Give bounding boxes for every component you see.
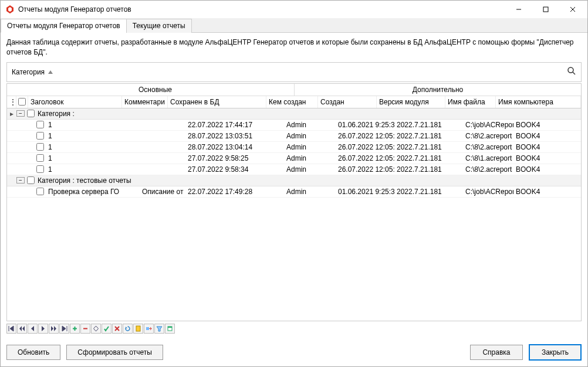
cell-computer: BOOK4	[513, 131, 581, 141]
nav-edit-icon[interactable]	[91, 324, 101, 334]
table-row[interactable]: 122.07.2022 17:44:17Admin01.06.2021 9:25…	[7, 120, 581, 131]
row-indicator-icon: ▸	[7, 110, 16, 118]
cell-saved: 27.07.2022 9:58:25	[185, 153, 284, 164]
nav-export-icon[interactable]	[165, 324, 175, 334]
tab-reports[interactable]: Отчеты модуля Генератор отчетов	[1, 19, 127, 33]
row-checkbox[interactable]	[34, 186, 46, 196]
close-dialog-button[interactable]: Закрыть	[529, 344, 582, 361]
cell-title: 1	[46, 131, 140, 141]
cell-computer: BOOK4	[513, 186, 581, 197]
checkbox-column[interactable]	[16, 96, 28, 108]
cell-comment	[140, 146, 185, 148]
group-label: Категория :	[35, 110, 75, 118]
nav-delete-icon[interactable]	[80, 324, 90, 334]
cell-created: 26.07.2022 12:05:2	[336, 142, 394, 152]
nav-goto-icon[interactable]	[144, 324, 154, 334]
nav-cancel-icon[interactable]	[112, 324, 122, 334]
group-checkbox[interactable]	[26, 176, 35, 184]
maximize-button[interactable]	[532, 1, 559, 18]
cell-version: 2022.7.21.181	[394, 131, 463, 141]
nav-insert-icon[interactable]	[70, 324, 80, 334]
cell-title: 1	[46, 120, 140, 130]
col-saved[interactable]: Сохранен в БД	[168, 96, 266, 108]
nav-first-icon[interactable]	[6, 324, 16, 334]
cell-file: C:\8\2.acreport	[463, 142, 513, 152]
col-title[interactable]: Заголовок	[28, 96, 122, 108]
svg-rect-8	[136, 326, 140, 331]
nav-next-icon[interactable]	[38, 324, 48, 334]
nav-post-icon[interactable]	[102, 324, 111, 334]
nav-prev-icon[interactable]	[28, 324, 38, 334]
col-file[interactable]: Имя файла	[445, 96, 496, 108]
expand-icon[interactable]: −	[16, 110, 25, 117]
table-row[interactable]: Проверка сервера ГООписание от22.07.2022…	[7, 186, 581, 198]
nav-last-icon[interactable]	[59, 324, 69, 334]
search-icon[interactable]	[567, 66, 576, 78]
cell-by: Admin	[284, 120, 336, 130]
svg-rect-3	[543, 7, 548, 12]
table-row[interactable]: 127.07.2022 9:58:25Admin26.07.2022 12:05…	[7, 153, 581, 164]
group-by-panel[interactable]: Категория	[6, 62, 582, 82]
description-text: Данная таблица содержит отчеты, разработ…	[6, 38, 582, 57]
col-computer[interactable]: Имя компьютера	[496, 96, 581, 108]
help-button[interactable]: Справка	[470, 345, 523, 360]
select-all-checkbox[interactable]	[18, 98, 26, 106]
cell-created: 26.07.2022 12:05:2	[336, 164, 394, 175]
cell-computer: BOOK4	[513, 153, 581, 164]
grid-body: ▸−Категория :122.07.2022 17:44:17Admin01…	[7, 108, 581, 321]
nav-next-page-icon[interactable]	[49, 324, 59, 334]
row-checkbox[interactable]	[34, 164, 46, 174]
col-by[interactable]: Кем создан	[266, 96, 318, 108]
minimize-button[interactable]	[505, 1, 532, 18]
generate-button[interactable]: Сформировать отчеты	[66, 345, 163, 360]
app-window: Отчеты модуля Генератор отчетов Отчеты м…	[0, 0, 588, 367]
cell-saved: 22.07.2022 17:44:17	[185, 120, 284, 130]
navigator-toolbar	[6, 321, 582, 334]
group-row[interactable]: −Категория : тестовые отчеты	[7, 175, 581, 186]
nav-refresh-icon[interactable]	[123, 324, 133, 334]
group-checkbox[interactable]	[26, 110, 35, 117]
cell-comment	[140, 168, 185, 171]
col-comment[interactable]: Комментари	[122, 96, 168, 108]
cell-version: 2022.7.21.181	[394, 186, 463, 197]
app-icon	[5, 5, 15, 14]
row-checkbox[interactable]	[34, 120, 46, 130]
group-row[interactable]: ▸−Категория :	[7, 108, 581, 120]
nav-filter-icon[interactable]	[154, 324, 164, 334]
tab-current[interactable]: Текущие отчеты	[126, 19, 192, 33]
cell-file: C:\8\1.acreport	[463, 153, 513, 164]
cell-file: C:\job\ACRepor	[463, 186, 513, 197]
cell-created: 26.07.2022 12:05:2	[336, 153, 394, 164]
cell-by: Admin	[284, 142, 336, 152]
cell-version: 2022.7.21.181	[394, 120, 463, 130]
col-version[interactable]: Версия модуля	[377, 96, 445, 108]
titlebar: Отчеты модуля Генератор отчетов	[1, 1, 587, 18]
table-row[interactable]: 128.07.2022 13:03:51Admin26.07.2022 12:0…	[7, 131, 581, 142]
svg-rect-11	[168, 327, 172, 328]
col-created[interactable]: Создан	[318, 96, 377, 108]
tab-bar: Отчеты модуля Генератор отчетов Текущие …	[1, 18, 587, 33]
cell-title: 1	[46, 164, 140, 175]
cell-version: 2022.7.21.181	[394, 153, 463, 164]
cell-file: C:\job\ACRepor	[463, 120, 513, 130]
cell-title: Проверка сервера ГО	[46, 186, 140, 197]
nav-prev-page-icon[interactable]	[17, 324, 27, 334]
cell-file: C:\8\2.acreport	[463, 131, 513, 141]
cell-computer: BOOK4	[513, 142, 581, 152]
row-checkbox[interactable]	[34, 131, 46, 141]
nav-bookmark-icon[interactable]	[133, 324, 143, 334]
row-checkbox[interactable]	[34, 142, 46, 152]
table-row[interactable]: 128.07.2022 13:04:14Admin26.07.2022 12:0…	[7, 142, 581, 153]
row-checkbox[interactable]	[34, 153, 46, 163]
cell-computer: BOOK4	[513, 164, 581, 175]
window-controls	[505, 1, 586, 18]
group-chip[interactable]: Категория	[12, 68, 53, 76]
table-row[interactable]: 127.07.2022 9:58:34Admin26.07.2022 12:05…	[7, 164, 581, 175]
indicator-column[interactable]: ⋮⋮	[7, 96, 16, 108]
cell-comment: Описание от	[140, 186, 185, 197]
refresh-button[interactable]: Обновить	[6, 345, 60, 360]
close-button[interactable]	[559, 1, 586, 18]
expand-icon[interactable]: −	[16, 177, 25, 184]
svg-rect-9	[146, 327, 149, 330]
band-main: Основные	[16, 84, 295, 96]
